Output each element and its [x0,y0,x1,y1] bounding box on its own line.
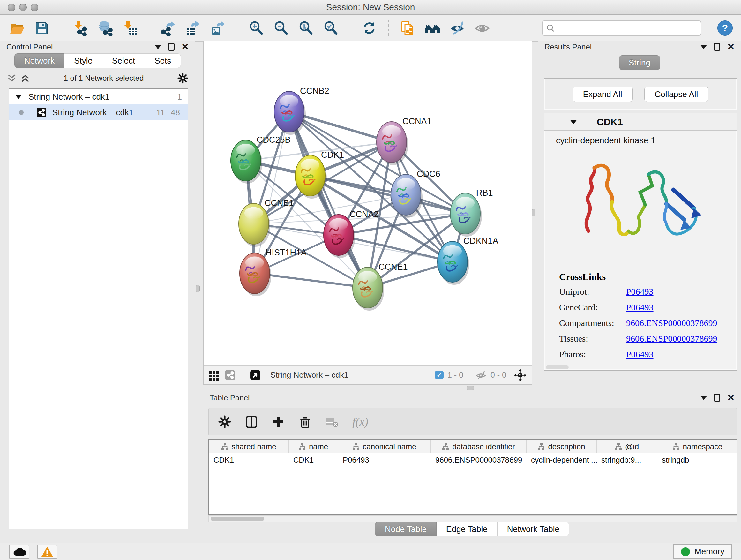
toolbar-search[interactable] [542,20,701,36]
table-horizontal-scrollbar[interactable] [208,515,737,522]
network-node-ccnb2[interactable]: CCNB2 [274,86,329,135]
zoom-fit-button[interactable] [297,19,315,37]
fit-content-crosshair-icon[interactable] [514,368,527,382]
network-row-selected[interactable]: String Network – cdk1 11 48 [9,105,188,120]
network-canvas[interactable]: CCNB2CCNA1CDC25BCDK1CDC6RB1CCNB1CCNA2CDK… [204,41,532,365]
panel-menu-icon[interactable] [155,45,161,49]
scrollbar-thumb[interactable] [211,516,264,521]
cloud-status-button[interactable] [9,545,29,559]
right-splitter-handle[interactable] [532,209,536,216]
network-node-ccne1[interactable]: CCNE1 [353,262,408,311]
first-neighbors-button[interactable] [424,19,441,37]
panel-menu-icon[interactable] [700,396,707,400]
close-window-button[interactable] [8,3,15,11]
table-cell[interactable]: 9606.ENSP00000378699 [431,453,527,467]
show-columns-icon[interactable] [245,415,258,428]
table-row[interactable]: CDK1CDK1P064939606.ENSP00000378699cyclin… [209,453,737,467]
panel-float-icon[interactable] [714,394,720,401]
table-cell[interactable]: CDK1 [209,453,289,467]
network-edge[interactable] [255,273,367,288]
tab-edge-table[interactable]: Edge Table [436,522,497,537]
network-edge[interactable] [289,112,367,288]
maximize-window-button[interactable] [30,3,38,11]
crosslink-link[interactable]: P06493 [626,349,654,359]
import-network-from-file-button[interactable] [71,19,89,37]
collapse-all-icon[interactable] [7,73,17,83]
network-node-hist1h1a[interactable]: HIST1H1A [240,248,307,296]
export-table-button[interactable] [185,19,202,37]
table-cell[interactable]: CDK1 [289,453,338,467]
zoom-out-button[interactable] [273,19,290,37]
table-cell[interactable]: stringdb:9... [597,453,657,467]
results-horizontal-scrollbar[interactable] [546,365,569,369]
panel-close-icon[interactable]: ✕ [727,393,735,402]
column-header-shared-name[interactable]: shared name [209,440,289,453]
crosslink-link[interactable]: P06493 [626,287,654,297]
import-table-from-file-button[interactable] [121,19,138,37]
create-column-plus-icon[interactable] [272,415,285,428]
zoom-in-button[interactable] [248,19,265,37]
grid-view-icon[interactable] [209,370,219,381]
selected-checkbox-icon[interactable]: ✓ [435,371,444,379]
network-node-cdc6[interactable]: CDC6 [391,169,441,218]
bottom-splitter-handle[interactable] [467,386,474,390]
left-splitter-handle[interactable] [196,285,200,293]
expand-all-button[interactable]: Expand All [572,86,633,102]
network-view-icon[interactable] [225,370,235,381]
column-header-description[interactable]: description [527,440,597,453]
show-all-button[interactable] [474,19,491,37]
refresh-button[interactable] [360,19,378,37]
tab-style[interactable]: Style [64,53,103,68]
crosslink-link[interactable]: 9606.ENSP00000378699 [626,334,717,344]
column-header-id[interactable]: @id [597,440,657,453]
zoom-selected-button[interactable] [322,19,340,37]
clone-network-button[interactable] [399,19,416,37]
network-collection-row[interactable]: String Network – cdk1 1 [9,89,188,105]
export-network-button[interactable] [159,19,177,37]
table-cell[interactable]: stringdb [657,453,737,467]
panel-menu-icon[interactable] [700,45,707,49]
tab-string[interactable]: String [619,55,660,70]
search-input[interactable] [558,23,697,33]
collapse-all-button[interactable]: Collapse All [644,86,709,102]
network-node-cdkn1a[interactable]: CDKN1A [437,236,498,285]
tree-expand-icon[interactable] [15,95,22,99]
table-settings-gear-icon[interactable] [218,415,231,428]
panel-float-icon[interactable] [168,43,175,51]
table-cell[interactable]: cyclin-dependent ... [527,453,597,467]
export-image-button[interactable] [209,19,226,37]
expand-all-icon[interactable] [20,73,30,83]
hide-selected-button[interactable] [449,19,466,37]
import-network-from-database-button[interactable] [96,19,114,37]
warnings-button[interactable] [37,545,57,559]
tab-network-table[interactable]: Network Table [497,522,569,537]
open-session-button[interactable] [8,19,25,37]
network-node-ccna2[interactable]: CCNA2 [324,209,379,258]
tab-network[interactable]: Network [14,53,64,68]
minimize-window-button[interactable] [19,3,27,11]
column-header-canonical-name[interactable]: canonical name [338,440,431,453]
network-node-ccna1[interactable]: CCNA1 [377,117,432,165]
column-header-database-identifier[interactable]: database identifier [431,440,527,453]
tab-node-table[interactable]: Node Table [375,522,436,537]
help-button[interactable]: ? [718,20,733,36]
panel-close-icon[interactable]: ✕ [182,43,189,51]
node-details-header[interactable]: CDK1 [544,113,737,131]
tab-select[interactable]: Select [103,53,145,68]
network-graph[interactable]: CCNB2CCNA1CDC25BCDK1CDC6RB1CCNB1CCNA2CDK… [204,41,533,366]
panel-close-icon[interactable]: ✕ [727,43,735,51]
collapse-entry-icon[interactable] [570,120,577,124]
gear-icon[interactable] [178,73,188,84]
birds-eye-icon[interactable] [250,370,261,381]
crosslink-link[interactable]: P06493 [626,302,654,312]
tab-sets[interactable]: Sets [145,53,181,68]
column-header-name[interactable]: name [289,440,338,453]
save-session-button[interactable] [33,19,51,37]
column-header-namespace[interactable]: namespace [657,440,737,453]
network-node-rb1[interactable]: RB1 [450,188,493,237]
table-cell[interactable]: P06493 [338,453,431,467]
memory-button[interactable]: Memory [673,544,732,559]
crosslink-link[interactable]: 9606.ENSP00000378699 [626,318,717,328]
delete-column-trash-icon[interactable] [299,415,312,428]
panel-float-icon[interactable] [714,43,720,51]
